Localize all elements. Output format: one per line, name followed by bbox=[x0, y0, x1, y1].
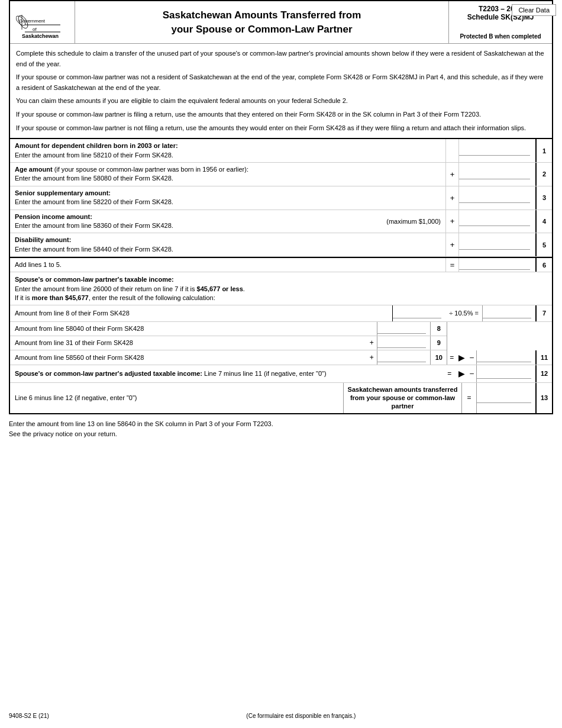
line-4-description: Pension income amount: Enter the amount … bbox=[10, 210, 382, 233]
spouse-header-line2: If it is more than $45,677, enter the re… bbox=[15, 294, 215, 301]
lines-8-11-section: Amount from line 58040 of their Form SK4… bbox=[10, 322, 552, 365]
line-3-number: 3 bbox=[535, 186, 552, 210]
line-7-right-field[interactable] bbox=[482, 305, 535, 321]
line-4-operator: + bbox=[445, 210, 458, 233]
instruction-1: Complete this schedule to claim a transf… bbox=[16, 49, 546, 69]
line-11-minus-cell: – bbox=[467, 350, 476, 365]
line-6-label: Add lines 1 to 5. bbox=[15, 261, 62, 268]
line-12-field[interactable] bbox=[476, 365, 535, 382]
svg-text:of: of bbox=[33, 27, 37, 32]
line-9-input[interactable] bbox=[377, 338, 426, 348]
instructions-block: Complete this schedule to claim a transf… bbox=[10, 44, 552, 139]
svg-text:Saskatchewan: Saskatchewan bbox=[22, 33, 59, 38]
line-13-field[interactable] bbox=[476, 383, 535, 413]
line-4-input[interactable] bbox=[459, 216, 530, 226]
line-13-eq: = bbox=[461, 383, 476, 413]
form-header: Government of Saskatchewan Saskatchewan … bbox=[10, 1, 552, 44]
sub-lines-left: Amount from line 58040 of their Form SK4… bbox=[10, 322, 447, 365]
line-12-input[interactable] bbox=[477, 369, 531, 379]
line-7-left-field[interactable] bbox=[392, 305, 445, 321]
line-10-op: + bbox=[366, 350, 377, 365]
line-2-operator: + bbox=[445, 163, 458, 186]
protected-suffix: when completed bbox=[493, 33, 541, 40]
line-9-op: + bbox=[366, 336, 377, 350]
line-8-input[interactable] bbox=[377, 324, 426, 334]
line-10-field[interactable] bbox=[377, 350, 430, 365]
spouse-header-bold: Spouse's or common-law partner's taxable… bbox=[15, 276, 174, 283]
line-9-field[interactable] bbox=[377, 336, 430, 350]
line-11-input[interactable] bbox=[477, 352, 531, 362]
line-4-row: Pension income amount: Enter the amount … bbox=[10, 210, 552, 234]
line-13-number: 13 bbox=[535, 383, 552, 413]
line-11-field[interactable] bbox=[476, 350, 535, 365]
clear-data-button[interactable]: Clear Data bbox=[512, 4, 556, 16]
line-13-label: Line 6 minus line 12 (if negative, enter… bbox=[10, 383, 343, 413]
line-3-operator: + bbox=[445, 186, 458, 210]
line-3-field[interactable] bbox=[458, 186, 535, 210]
line-5-operator: + bbox=[445, 233, 458, 256]
line-7-left-input[interactable] bbox=[393, 308, 441, 318]
line-6-description: Add lines 1 to 5. bbox=[10, 258, 445, 272]
line-7-label: Amount from line 8 of their Form SK428 bbox=[10, 305, 392, 321]
instruction-3: You can claim these amounts if you are e… bbox=[16, 96, 546, 107]
line-11-right: = ▶ – 11 bbox=[447, 322, 552, 365]
line-1-field[interactable] bbox=[458, 139, 535, 162]
line-3-bold-label: Senior supplementary amount: bbox=[15, 189, 111, 197]
line-7-row: Amount from line 8 of their Form SK428 ÷… bbox=[10, 305, 552, 322]
line-6-input[interactable] bbox=[459, 260, 530, 270]
line-5-input[interactable] bbox=[459, 240, 530, 250]
page-bottom-center: (Ce formulaire est disponible en françai… bbox=[246, 713, 356, 719]
line-12-arrow: ▶ bbox=[456, 365, 467, 382]
line-3-input[interactable] bbox=[459, 193, 530, 203]
footer-line-1: Enter the amount from line 13 on line 58… bbox=[9, 420, 553, 427]
line-7-right-input[interactable] bbox=[483, 308, 531, 318]
line-9-label: Amount from line 31 of their Form SK428 bbox=[10, 336, 366, 350]
line-4-field[interactable] bbox=[458, 210, 535, 233]
protected-b-label: Protected B when completed bbox=[454, 33, 547, 40]
line-2-field[interactable] bbox=[458, 163, 535, 186]
line-10-row: Amount from line 58560 of their Form SK4… bbox=[10, 350, 447, 365]
line-1-bold-label: Amount for dependent children born in 20… bbox=[15, 142, 178, 149]
line-6-operator: = bbox=[445, 258, 458, 272]
line-2-input[interactable] bbox=[459, 169, 530, 179]
line-13-row: Line 6 minus line 12 (if negative, enter… bbox=[10, 383, 552, 413]
line-8-field[interactable] bbox=[377, 322, 430, 336]
footer-line-2: See the privacy notice on your return. bbox=[9, 430, 553, 437]
line-1-input[interactable] bbox=[459, 146, 530, 156]
government-logo: Government of Saskatchewan bbox=[16, 6, 69, 38]
instruction-2: If your spouse or common-law partner was… bbox=[16, 72, 546, 93]
line-7-number: 7 bbox=[535, 305, 552, 321]
line-5-field[interactable] bbox=[458, 233, 535, 256]
line-1-number: 1 bbox=[535, 139, 552, 162]
line-4-max-note: (maximum $1,000) bbox=[382, 210, 445, 233]
line-6-field[interactable] bbox=[458, 258, 535, 272]
line-2-number: 2 bbox=[535, 163, 552, 186]
instruction-5: If your spouse or common-law partner is … bbox=[16, 123, 546, 134]
form-title: Saskatchewan Amounts Transferred fromyou… bbox=[163, 8, 361, 37]
line-7-div-text: ÷ 10.5% = bbox=[445, 305, 482, 321]
line-4-normal-label: Enter the amount from line 58360 of thei… bbox=[15, 222, 173, 229]
line-13-input[interactable] bbox=[477, 393, 531, 403]
line-5-bold-label: Disability amount: bbox=[15, 236, 71, 243]
line-2-bold-label: Age amount bbox=[15, 166, 53, 173]
line-2-row: Age amount (if your spouse or common-law… bbox=[10, 163, 552, 186]
line-12-row: Spouse's or common-law partner's adjuste… bbox=[10, 365, 552, 383]
line-1-operator bbox=[445, 139, 458, 162]
line-9-number: 9 bbox=[430, 336, 447, 350]
logo-area: Government of Saskatchewan bbox=[10, 1, 75, 43]
footer: Enter the amount from line 13 on line 58… bbox=[9, 420, 553, 437]
form-container: Government of Saskatchewan Saskatchewan … bbox=[9, 0, 553, 414]
instruction-4: If your spouse or common-law partner is … bbox=[16, 109, 546, 120]
line-8-label: Amount from line 58040 of their Form SK4… bbox=[10, 322, 377, 336]
line-3-row: Senior supplementary amount: Enter the a… bbox=[10, 186, 552, 210]
page-bottom-left: 9408-S2 E (21) bbox=[9, 713, 49, 719]
line-1-row: Amount for dependent children born in 20… bbox=[10, 139, 552, 163]
line-10-label: Amount from line 58560 of their Form SK4… bbox=[10, 350, 366, 365]
line-10-input[interactable] bbox=[377, 352, 426, 362]
line-11-eq-cell: = bbox=[447, 350, 456, 365]
line-13-sk-label: Saskatchewan amounts transferred from yo… bbox=[343, 383, 461, 413]
protected-label: Protected B bbox=[460, 33, 493, 40]
spouse-section-header: Spouse's or common-law partner's taxable… bbox=[10, 272, 552, 305]
line-12-normal-label: Line 7 minus line 11 (if negative, enter… bbox=[204, 370, 327, 377]
line-12-bold-label: Spouse's or common-law partner's adjuste… bbox=[15, 370, 202, 377]
